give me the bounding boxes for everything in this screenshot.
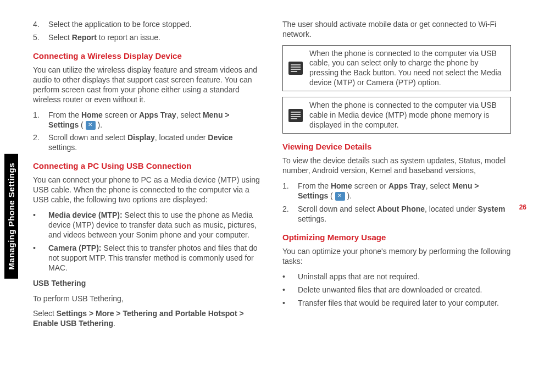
section-heading: Connecting a PC Using USB Connection (33, 161, 262, 171)
subheading: USB Tethering (33, 279, 262, 289)
bold-text: System (478, 205, 506, 213)
text: to report an issue. (97, 33, 160, 42)
bullet-text: Delete unwanted files that are downloade… (298, 285, 511, 295)
step-number: 2. (33, 133, 48, 153)
step-number: 1. (33, 111, 48, 130)
step-number: 4. (33, 20, 48, 30)
paragraph: The user should activate mobile data or … (282, 20, 511, 40)
paragraph: Select Settings > More > Tethering and P… (33, 309, 262, 329)
bullet-item: • Media device (MTP): Select this to use… (33, 211, 262, 240)
text: From the (48, 111, 81, 119)
step-number: 1. (282, 181, 298, 201)
bold-text: Media device (MTP): (48, 211, 124, 219)
step-text: Select the application to be force stopp… (48, 20, 262, 30)
section-heading: Connecting a Wireless Display Device (33, 51, 262, 61)
svg-rect-5 (288, 109, 303, 122)
bullet: • (282, 285, 298, 295)
page-content: 4. Select the application to be force st… (0, 0, 533, 356)
bullet-text: Camera (PTP): Select this to transfer ph… (48, 244, 262, 273)
text: . (113, 319, 115, 328)
list-item: 2. Scroll down and select About Phone, l… (282, 205, 511, 224)
paragraph: To view the device details such as syste… (282, 156, 511, 176)
text: Scroll down and select (48, 133, 127, 142)
text: ). (96, 120, 102, 129)
text: , select (426, 181, 452, 190)
text: settings. (298, 214, 326, 223)
text: screen or (352, 181, 388, 190)
settings-icon (335, 192, 345, 201)
step-text: Select Report to report an issue. (48, 33, 262, 43)
note-icon (283, 46, 308, 91)
notepad-icon (287, 60, 304, 76)
side-tab: Managing Phone Settings (4, 154, 18, 279)
paragraph: You can optimize your phone's memory by … (282, 247, 511, 267)
step-number: 5. (33, 33, 48, 43)
bullet-text: Media device (MTP): Select this to use t… (48, 211, 262, 240)
text: settings. (48, 143, 77, 152)
bold-text: Settings > More > Tethering and Portable… (33, 309, 244, 328)
bold-text: Report (72, 33, 97, 42)
text: ( (328, 191, 335, 200)
bullet-item: • Delete unwanted files that are downloa… (282, 285, 511, 295)
bullet: • (282, 272, 298, 282)
step-text: Scroll down and select Display, located … (48, 133, 262, 153)
list-item: 1. From the Home screen or Apps Tray, se… (282, 181, 511, 201)
bullet: • (282, 299, 298, 308)
text: , located under (155, 133, 208, 142)
paragraph: To perform USB Tethering, (33, 294, 262, 304)
paragraph: You can connect your phone to PC as a Me… (33, 175, 262, 205)
text: Select (48, 33, 72, 42)
note-text: When the phone is connected to the compu… (308, 46, 510, 91)
bold-text: Device (208, 133, 232, 142)
list-item: 1. From the Home screen or Apps Tray, se… (33, 111, 262, 130)
bullet: • (33, 211, 48, 240)
list-item: 5. Select Report to report an issue. (33, 33, 262, 43)
settings-icon (86, 121, 96, 130)
section-heading: Viewing Device Details (282, 141, 511, 152)
left-column: 4. Select the application to be force st… (33, 20, 262, 334)
bullet-item: • Camera (PTP): Select this to transfer … (33, 244, 262, 273)
text: From the (298, 181, 331, 190)
bold-text: About Phone (377, 205, 425, 213)
text: Select (33, 309, 57, 318)
step-number: 2. (282, 205, 298, 224)
step-text: Scroll down and select About Phone, loca… (298, 205, 511, 224)
text: , select (176, 111, 203, 119)
notepad-icon (287, 108, 304, 123)
bold-text: Apps Tray (139, 111, 176, 119)
step-text: From the Home screen or Apps Tray, selec… (48, 111, 262, 130)
note-icon (283, 97, 308, 133)
svg-rect-0 (288, 62, 303, 75)
bold-text: Display (127, 133, 155, 142)
list-item: 4. Select the application to be force st… (33, 20, 262, 30)
text: Scroll down and select (298, 205, 377, 213)
bullet-item: • Uninstall apps that are not required. (282, 272, 511, 282)
right-column: The user should activate mobile data or … (282, 20, 511, 334)
bold-text: Apps Tray (388, 181, 426, 190)
paragraph: You can utilize the wireless display fea… (33, 65, 262, 105)
note-text: When the phone is connected to the compu… (308, 97, 510, 133)
section-heading: Optimizing Memory Usage (282, 232, 511, 242)
text: ( (79, 120, 85, 129)
note-box: When the phone is connected to the compu… (282, 97, 511, 134)
page-number: 26 (519, 203, 526, 211)
bullet: • (33, 244, 48, 273)
bold-text: Home (331, 181, 352, 190)
text: screen or (103, 111, 139, 119)
bold-text: Home (81, 111, 103, 119)
text: , located under (425, 205, 478, 213)
bullet-text: Transfer files that would be required la… (298, 299, 511, 308)
note-box: When the phone is connected to the compu… (282, 45, 511, 92)
list-item: 2. Scroll down and select Display, locat… (33, 133, 262, 153)
bullet-text: Uninstall apps that are not required. (298, 272, 511, 282)
bullet-item: • Transfer files that would be required … (282, 299, 511, 308)
bold-text: Camera (PTP): (48, 244, 103, 252)
step-text: From the Home screen or Apps Tray, selec… (298, 181, 511, 201)
text: ). (345, 191, 352, 200)
